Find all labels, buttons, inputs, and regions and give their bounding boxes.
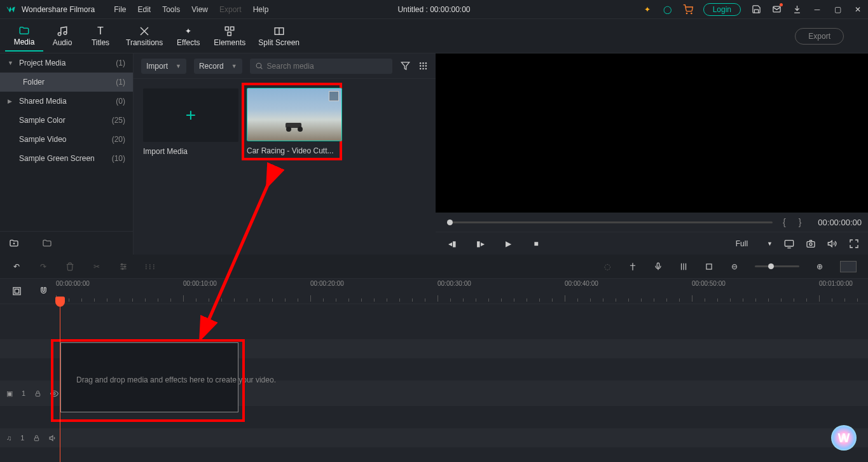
next-frame-icon[interactable]: ▮▸	[475, 239, 485, 249]
tab-titles[interactable]: TTitles	[81, 22, 120, 51]
svg-rect-6	[231, 27, 234, 30]
render-icon[interactable]: ◌	[602, 262, 612, 272]
in-out-brackets[interactable]: { }	[783, 217, 806, 227]
mail-icon[interactable]	[771, 4, 782, 15]
media-clip-car-racing[interactable]: Car Racing - Video Cutt...	[247, 88, 342, 155]
folder-open-icon[interactable]	[42, 238, 52, 248]
timeline-ruler[interactable]: 00:00:00:0000:00:10:0000:00:20:0000:00:3…	[56, 279, 868, 304]
tab-media[interactable]: Media	[5, 21, 43, 52]
svg-line-47	[207, 172, 273, 325]
preview-seek[interactable]	[447, 221, 773, 223]
delete-icon[interactable]	[65, 262, 75, 272]
import-media-tile[interactable]: + Import Media	[143, 88, 238, 156]
import-dropdown[interactable]: Import▼	[141, 59, 186, 74]
sidebar-project-media[interactable]: ▼Project Media(1)	[0, 53, 133, 73]
video-track-header[interactable]: ▣1	[0, 381, 56, 406]
svg-point-21	[425, 68, 427, 70]
crop-icon[interactable]	[704, 262, 714, 272]
tab-elements[interactable]: Elements	[207, 22, 252, 51]
timeline-options-icon[interactable]	[11, 286, 22, 297]
split-icon[interactable]: ✂	[92, 262, 102, 272]
maximize-icon[interactable]: ▢	[832, 4, 843, 15]
export-button[interactable]: Export	[795, 28, 844, 45]
record-dropdown[interactable]: Record▼	[194, 59, 242, 74]
cart-icon[interactable]	[683, 4, 693, 15]
close-icon[interactable]: ✕	[853, 4, 863, 15]
svg-marker-46	[50, 435, 53, 440]
sidebar-folder[interactable]: Folder(1)	[0, 73, 133, 92]
headset-icon[interactable]: ◯	[663, 4, 673, 15]
svg-rect-7	[228, 32, 231, 35]
minimize-icon[interactable]: ─	[812, 4, 822, 15]
search-icon	[255, 62, 263, 70]
filter-icon[interactable]	[400, 61, 410, 71]
svg-point-24	[298, 127, 303, 132]
quality-dropdown[interactable]: Full▼	[736, 239, 773, 248]
tab-audio[interactable]: Audio	[43, 22, 81, 51]
preview-pane: { } 00:00:00:00 ◂▮ ▮▸ ▶ ■ Full▼	[436, 53, 868, 255]
redo-icon[interactable]: ↷	[38, 262, 48, 272]
zoom-out-icon[interactable]: ⊖	[729, 262, 740, 272]
annotation-target-box	[51, 339, 245, 422]
fullscreen-icon[interactable]	[849, 239, 859, 249]
menu-file[interactable]: File	[114, 5, 126, 14]
playhead[interactable]	[60, 304, 60, 462]
svg-rect-43	[36, 393, 39, 396]
speaker-icon[interactable]	[49, 434, 57, 442]
preview-screen	[436, 53, 868, 213]
tips-icon[interactable]: ✦	[642, 4, 652, 15]
annotation-arrow	[191, 153, 293, 344]
svg-rect-27	[807, 241, 815, 247]
login-button[interactable]: Login	[703, 3, 741, 16]
svg-point-0	[686, 13, 687, 13]
magnet-icon[interactable]	[38, 286, 48, 297]
svg-point-35	[122, 268, 123, 269]
wondershare-logo-icon[interactable]: W	[831, 425, 857, 451]
menu-help[interactable]: Help	[253, 5, 269, 14]
sidebar-shared-media[interactable]: ▶Shared Media(0)	[0, 92, 133, 111]
lock-icon[interactable]	[33, 435, 40, 442]
tab-effects[interactable]: ✦Effects	[169, 22, 207, 51]
undo-icon[interactable]: ↶	[11, 262, 22, 272]
mini-timeline-icon[interactable]	[840, 261, 857, 272]
download-icon[interactable]	[792, 4, 802, 15]
sidebar-sample-color[interactable]: Sample Color(25)	[0, 111, 133, 130]
menu-edit[interactable]: Edit	[138, 5, 151, 14]
timeline-toolbar: ↶ ↷ ✂ ⫶⫶⫶ ◌ ⊖ ⊕	[0, 255, 868, 279]
stop-icon[interactable]: ■	[531, 239, 541, 249]
svg-marker-12	[401, 62, 410, 69]
play-icon[interactable]: ▶	[503, 239, 513, 249]
search-input[interactable]	[250, 59, 392, 74]
save-icon[interactable]	[751, 4, 761, 15]
project-title: Untitled : 00:00:00:00	[397, 5, 470, 14]
mixer-icon[interactable]	[679, 262, 689, 272]
zoom-in-icon[interactable]: ⊕	[815, 262, 825, 272]
svg-point-17	[422, 65, 424, 67]
tab-splitscreen[interactable]: Split Screen	[252, 22, 306, 51]
prev-frame-icon[interactable]: ◂▮	[447, 239, 457, 249]
zoom-slider[interactable]	[755, 265, 799, 267]
mic-icon[interactable]	[653, 262, 663, 272]
svg-rect-5	[226, 27, 229, 30]
transition-icon	[139, 25, 150, 37]
adjust-icon[interactable]	[118, 262, 128, 272]
vehicle-icon	[282, 118, 308, 133]
menu-view[interactable]: View	[191, 5, 208, 14]
marker-icon[interactable]	[628, 262, 638, 272]
svg-point-19	[419, 68, 421, 70]
audio-wave-icon[interactable]: ⫶⫶⫶	[145, 262, 155, 272]
chevron-down-icon: ▼	[176, 63, 181, 69]
music-note-icon: ♫	[6, 434, 11, 442]
volume-icon[interactable]	[827, 239, 837, 249]
lock-icon[interactable]	[34, 390, 41, 397]
new-folder-icon[interactable]	[9, 238, 19, 248]
snapshot-icon[interactable]	[806, 239, 816, 249]
tab-transitions[interactable]: Transitions	[120, 22, 169, 51]
svg-point-13	[419, 62, 421, 64]
grid-view-icon[interactable]	[418, 61, 428, 71]
display-icon[interactable]	[784, 239, 794, 249]
audio-track-header[interactable]: ♫1	[0, 428, 56, 447]
sidebar-sample-green[interactable]: Sample Green Screen(10)	[0, 149, 133, 168]
sidebar-sample-video[interactable]: Sample Video(20)	[0, 130, 133, 149]
menu-tools[interactable]: Tools	[162, 5, 180, 14]
